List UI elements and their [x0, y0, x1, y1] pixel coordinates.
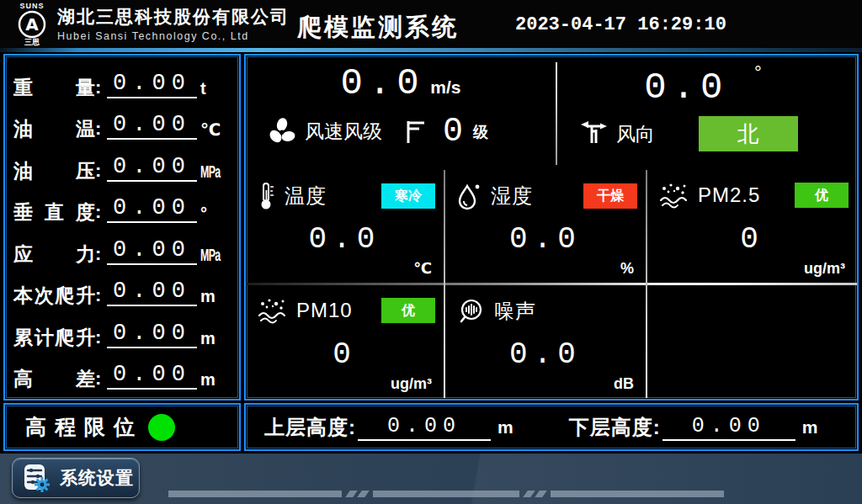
sensor-unit: ug/m³ [804, 260, 845, 278]
company-name-cn: 湖北三思科技股份有限公司 [57, 5, 290, 29]
taskbar-decoration [168, 491, 342, 497]
company-logo-icon: SUNS A 三思 [10, 2, 54, 47]
sensor-status-badge: 优 [795, 183, 849, 208]
sensor-status-badge: 干燥 [583, 183, 637, 209]
datetime-display: 2023-04-17 16:29:10 [515, 14, 726, 35]
wind-speed-section: 0.0 m/s 风速风级 0 [246, 56, 556, 168]
page-title: 爬模监测系统 [297, 11, 459, 45]
elevation-limit-label: 高程限位 [25, 413, 143, 441]
metric-value: 0.00 [113, 71, 191, 96]
metric-row-oil-temp: 油温: 0.00 ℃ [13, 104, 231, 141]
settings-sliders-gear-icon [19, 461, 53, 495]
noise-icon [457, 297, 486, 326]
wind-speed-label: 风速风级 [305, 119, 382, 145]
sensor-card-humidity: 湿度 干燥 0.0 % [445, 170, 646, 283]
sensor-card-noise: 噪声 0.0 dB [445, 285, 646, 398]
droplet-icon [457, 182, 482, 210]
sensor-value: 0 [246, 337, 444, 372]
company-name-en: Hubei Sansi Technology Co., Ltd [57, 30, 290, 42]
wind-direction-value: 0.0 [644, 66, 728, 109]
metric-value: 0.00 [113, 112, 191, 137]
metric-row-verticality: 垂直度: 0.00 ° [13, 188, 231, 225]
metric-unit: MPa [200, 160, 221, 183]
metric-row-total-climb: 累计爬升: 0.00 m [13, 313, 231, 350]
sidebar-metrics-panel: 重量: 0.00 t 油温: 0.00 ℃ 油压: 0.00 MPa 垂直度: … [3, 54, 241, 401]
dust-icon [659, 182, 689, 209]
metric-unit: m [200, 326, 231, 350]
wind-vane-icon [579, 119, 609, 148]
wind-speed-unit: m/s [430, 77, 460, 97]
sensor-value: 0.0 [445, 337, 646, 372]
sensor-value: 0 [647, 222, 857, 257]
metric-label: 高差 [13, 366, 95, 391]
metric-row-weight: 重量: 0.00 t [13, 63, 231, 100]
elevation-limit-panel: 高程限位 [3, 403, 241, 451]
metric-unit: t [200, 77, 231, 100]
wind-level-value: 0 [443, 113, 465, 151]
taskbar-decoration [551, 491, 724, 497]
elevation-limit-indicator [148, 414, 175, 441]
logo-top-text: SUNS [10, 2, 54, 10]
wind-direction-badge: 北 [699, 116, 798, 151]
logo-circle-a-icon: A [10, 10, 54, 39]
lower-height-value: 0.00 [692, 414, 766, 438]
sensor-unit: % [620, 260, 634, 278]
wind-level-flag-icon [404, 119, 428, 146]
sensor-unit: ℃ [413, 259, 432, 278]
metric-unit: ° [200, 201, 231, 225]
metric-unit: ℃ [200, 118, 231, 141]
sensor-card-pm25: PM2.5 优 0 ug/m³ [647, 170, 857, 283]
metric-unit: m [200, 368, 231, 391]
dust-icon [258, 297, 288, 324]
svg-text:A: A [25, 14, 39, 34]
metric-label: 油压 [13, 158, 95, 183]
sensor-status-badge: 寒冷 [381, 183, 435, 209]
metric-label: 累计爬升 [13, 325, 95, 350]
taskbar: 系统设置 [0, 454, 862, 504]
wind-direction-label: 风向 [616, 121, 655, 147]
header-divider [0, 48, 862, 52]
metric-row-oil-pressure: 油压: 0.00 MPa [13, 146, 231, 183]
sensor-name: 温度 [285, 183, 327, 210]
sensor-card-pm10: PM10 优 0 ug/m³ [246, 285, 444, 398]
metric-value: 0.00 [113, 154, 191, 179]
fan-icon [266, 116, 298, 148]
sensor-value: 0.0 [246, 222, 444, 257]
system-settings-button[interactable]: 系统设置 [12, 458, 140, 498]
wind-speed-value: 0.0 [341, 62, 425, 104]
company-name: 湖北三思科技股份有限公司 Hubei Sansi Technology Co.,… [57, 5, 290, 42]
sensor-unit: dB [614, 375, 634, 393]
settings-button-label: 系统设置 [60, 466, 134, 490]
lower-height-unit: m [802, 417, 818, 438]
metric-row-height-diff: 高差: 0.00 m [13, 354, 231, 391]
metric-label: 重量 [13, 75, 95, 100]
metric-value: 0.00 [113, 321, 191, 346]
sensor-name: 噪声 [494, 298, 536, 325]
metric-value: 0.00 [113, 362, 191, 387]
wind-level-unit: 级 [473, 122, 488, 142]
metric-row-current-climb: 本次爬升: 0.00 m [13, 271, 231, 308]
sensor-name: PM10 [296, 299, 353, 322]
upper-height-unit: m [498, 417, 513, 438]
sensor-name: 湿度 [491, 183, 533, 210]
layer-height-panel: 上层高度: 0.00 m 下层高度: 0.00 m [244, 403, 859, 451]
metric-value: 0.00 [113, 195, 191, 220]
upper-height-value: 0.00 [387, 414, 461, 438]
lower-height-label: 下层高度: [569, 414, 661, 441]
metric-value: 0.00 [113, 279, 191, 304]
metric-row-stress: 应力: 0.00 MPa [13, 230, 231, 267]
metric-label: 应力 [13, 241, 95, 267]
metric-unit: m [200, 284, 231, 308]
logo-bottom-text: 三思 [10, 39, 54, 46]
metric-label: 油温 [13, 116, 95, 141]
upper-height-label: 上层高度: [264, 414, 356, 441]
sensor-status-badge: 优 [381, 298, 435, 323]
wind-direction-section: 0.0 ° 风向 北 [556, 56, 859, 168]
screen: SUNS A 三思 湖北三思科技股份有限公司 Hubei Sansi Techn… [0, 0, 862, 504]
wind-direction-unit: ° [754, 62, 762, 83]
metric-label: 垂直度 [13, 199, 95, 225]
environment-panel: 0.0 m/s 风速风级 0 [244, 54, 859, 401]
sensor-name: PM2.5 [698, 183, 760, 207]
sensor-unit: ug/m³ [391, 375, 432, 393]
header: SUNS A 三思 湖北三思科技股份有限公司 Hubei Sansi Techn… [0, 0, 862, 48]
